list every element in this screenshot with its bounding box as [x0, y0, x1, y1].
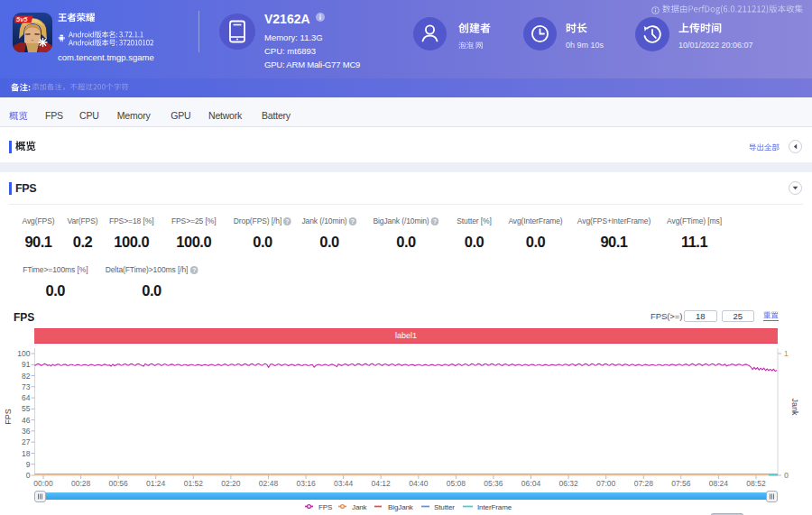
svg-text:03:16: 03:16	[296, 479, 316, 488]
svg-text:02:48: 02:48	[259, 479, 279, 488]
svg-text:91: 91	[22, 360, 31, 369]
svg-text:64: 64	[22, 393, 31, 402]
svg-text:27: 27	[22, 437, 31, 446]
svg-text:18: 18	[22, 449, 31, 458]
svg-text:08:52: 08:52	[746, 479, 766, 488]
svg-text:07:56: 07:56	[671, 479, 691, 488]
svg-text:1: 1	[784, 349, 789, 358]
svg-text:36: 36	[22, 427, 31, 436]
svg-text:0: 0	[785, 471, 789, 480]
svg-text:00:28: 00:28	[71, 479, 91, 488]
svg-text:Jank: Jank	[352, 503, 368, 511]
svg-text:46: 46	[22, 416, 31, 425]
svg-text:55: 55	[22, 404, 31, 413]
svg-text:Stutter: Stutter	[434, 503, 455, 511]
svg-text:02:20: 02:20	[221, 479, 241, 488]
svg-text:07:28: 07:28	[634, 479, 654, 488]
svg-text:73: 73	[22, 382, 31, 391]
svg-text:03:44: 03:44	[334, 479, 354, 488]
svg-text:BigJank: BigJank	[388, 503, 414, 511]
svg-text:9: 9	[26, 460, 31, 469]
svg-text:08:24: 08:24	[709, 479, 729, 488]
svg-text:82: 82	[22, 372, 31, 381]
svg-text:01:52: 01:52	[184, 479, 204, 488]
svg-text:FPS: FPS	[318, 503, 332, 511]
svg-text:0: 0	[26, 471, 31, 480]
svg-text:05:36: 05:36	[484, 479, 503, 488]
svg-text:07:00: 07:00	[596, 479, 616, 488]
svg-text:05:08: 05:08	[447, 479, 466, 488]
svg-text:01:24: 01:24	[146, 479, 166, 488]
svg-text:00:56: 00:56	[109, 479, 129, 488]
svg-text:04:12: 04:12	[372, 479, 392, 488]
svg-text:FPS: FPS	[4, 409, 13, 425]
svg-text:100: 100	[17, 349, 30, 358]
svg-text:Jank: Jank	[790, 398, 799, 416]
svg-text:06:32: 06:32	[558, 479, 578, 488]
svg-text:InterFrame: InterFrame	[477, 503, 512, 511]
svg-text:00:00: 00:00	[33, 479, 53, 488]
svg-text:06:04: 06:04	[521, 479, 541, 488]
svg-text:04:40: 04:40	[409, 479, 429, 488]
